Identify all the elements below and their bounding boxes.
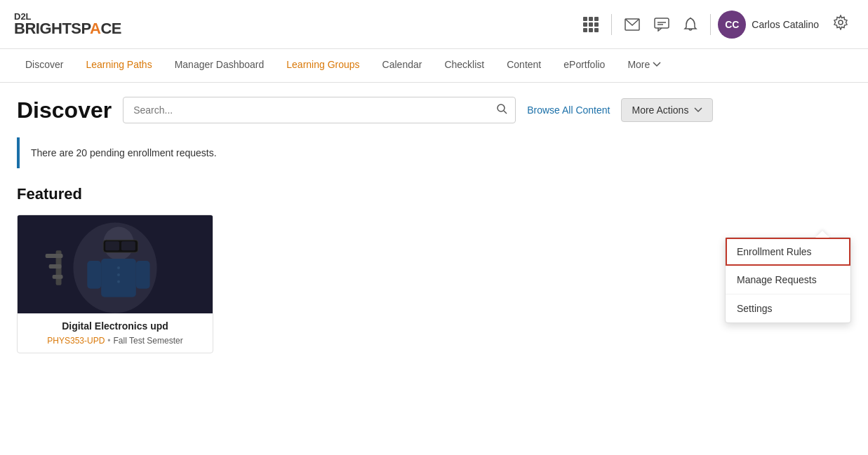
- featured-title: Featured: [17, 185, 851, 203]
- svg-rect-22: [87, 261, 101, 289]
- nav-item-checklist[interactable]: Checklist: [433, 49, 495, 82]
- enrollment-banner: There are 20 pending enrollment requests…: [17, 137, 851, 168]
- bell-button[interactable]: [678, 11, 703, 38]
- dropdown-item-settings[interactable]: Settings: [726, 294, 850, 322]
- logo: D2L BRIGHTSPACE: [14, 12, 121, 36]
- svg-rect-1: [655, 18, 669, 28]
- dropdown-item-manage-requests[interactable]: Manage Requests: [726, 266, 850, 294]
- search-container: [123, 97, 516, 123]
- course-card-body: Digital Electronics upd PHYS353-UPD • Fa…: [18, 313, 213, 353]
- discover-header: Discover Browse All Content More Actions: [17, 97, 851, 123]
- svg-rect-12: [105, 241, 119, 250]
- svg-point-20: [117, 273, 120, 276]
- enrollment-message: There are 20 pending enrollment requests…: [31, 147, 217, 158]
- nav-item-more[interactable]: More: [616, 49, 672, 82]
- mail-button[interactable]: [619, 13, 646, 36]
- dropdown-arrow: [815, 231, 829, 238]
- divider-2: [710, 14, 711, 35]
- nav-item-discover[interactable]: Discover: [14, 49, 74, 82]
- settings-button[interactable]: [827, 9, 854, 39]
- more-actions-button[interactable]: More Actions: [621, 98, 713, 122]
- nav-item-calendar[interactable]: Calendar: [371, 49, 434, 82]
- svg-rect-23: [136, 261, 150, 289]
- chevron-down-icon: [653, 62, 661, 67]
- svg-point-19: [117, 266, 120, 269]
- header-icons: CC Carlos Catalino: [577, 9, 854, 39]
- svg-rect-16: [49, 264, 62, 269]
- nav-item-learning-paths[interactable]: Learning Paths: [74, 49, 163, 82]
- browse-all-content-link[interactable]: Browse All Content: [527, 104, 610, 116]
- main-content: Discover Browse All Content More Actions…: [0, 83, 868, 367]
- more-actions-chevron-icon: [694, 107, 702, 113]
- user-name: Carlos Catalino: [752, 19, 819, 30]
- grid-menu-button[interactable]: [577, 11, 604, 38]
- course-card-image: [18, 215, 213, 313]
- svg-rect-13: [121, 241, 135, 250]
- svg-rect-18: [101, 259, 136, 297]
- nav-item-content[interactable]: Content: [495, 49, 552, 82]
- nav-item-eportfolio[interactable]: ePortfolio: [552, 49, 616, 82]
- dropdown-item-enrollment-rules[interactable]: Enrollment Rules: [726, 238, 850, 266]
- logo-accent: A: [90, 20, 100, 37]
- avatar-button[interactable]: CC: [718, 11, 746, 39]
- course-card[interactable]: Digital Electronics upd PHYS353-UPD • Fa…: [17, 215, 213, 353]
- nav-bar: Discover Learning Paths Manager Dashboar…: [0, 49, 868, 83]
- dropdown-menu: Enrollment Rules Manage Requests Setting…: [725, 237, 851, 323]
- svg-point-21: [117, 280, 120, 283]
- divider-1: [611, 14, 612, 35]
- svg-rect-17: [53, 275, 63, 279]
- svg-rect-15: [46, 254, 63, 258]
- nav-item-manager-dashboard[interactable]: Manager Dashboard: [163, 49, 276, 82]
- course-code: PHYS353-UPD: [47, 336, 105, 346]
- page-title: Discover: [17, 97, 112, 123]
- search-input[interactable]: [123, 97, 516, 123]
- course-semester: Fall Test Semester: [114, 336, 183, 346]
- chat-button[interactable]: [648, 12, 675, 37]
- nav-item-learning-groups[interactable]: Learning Groups: [275, 49, 370, 82]
- svg-point-5: [839, 20, 843, 25]
- top-header: D2L BRIGHTSPACE: [0, 0, 868, 49]
- logo-brightspace: BRIGHTSPACE: [14, 21, 121, 36]
- course-card-name: Digital Electronics upd: [25, 320, 206, 332]
- separator-dot: •: [107, 336, 110, 346]
- grid-icon: [583, 17, 599, 32]
- more-actions-label: More Actions: [632, 104, 688, 116]
- course-card-meta: PHYS353-UPD • Fall Test Semester: [25, 336, 206, 346]
